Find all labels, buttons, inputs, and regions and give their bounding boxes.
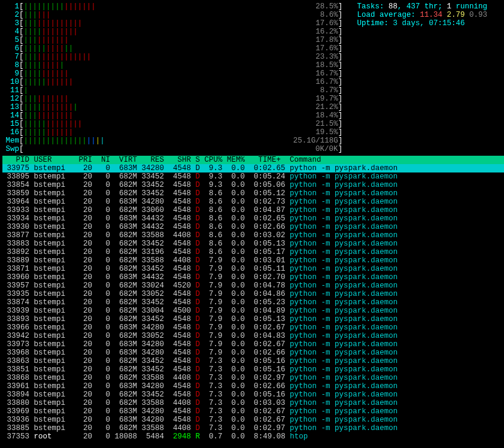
process-row[interactable]: 33871 bstempi 20 0 682M 33452 4548 D 7.9… (2, 265, 504, 273)
process-row[interactable]: 33874 bstempi 20 0 682M 33452 4548 D 7.9… (2, 298, 504, 307)
meters-section: 1 [|||||||||||||||| 28.5%] 2 [|||||| 8.6… (2, 2, 504, 153)
cpu-bar-15: 15 [||||||||||||| 21.5%] (2, 120, 342, 128)
cpu-bar-6: 6 [||||||||||| 17.6%] (2, 44, 342, 53)
process-row[interactable]: 33975 bstempi 20 0 683M 34280 4548 D 9.3… (2, 164, 504, 172)
mem-bar: Mem [|||||||||||||||||| 25.1G/118G] (2, 137, 342, 145)
process-row[interactable]: 33868 bstempi 20 0 682M 33588 4408 D 7.3… (2, 374, 504, 382)
process-row[interactable]: 37353 root 20 0 18088 5484 2948 R 0.7 0.… (2, 432, 504, 441)
cpu-bar-10: 10 [||||||||||| 16.7%] (2, 78, 342, 86)
cpu-bar-1: 1 [|||||||||||||||| 28.5%] (2, 2, 342, 11)
process-row[interactable]: 33935 bstempi 20 0 682M 33052 4548 D 7.9… (2, 290, 504, 298)
process-row[interactable]: 33885 bstempi 20 0 682M 33588 4408 D 7.3… (2, 424, 504, 432)
process-row[interactable]: 33883 bstempi 20 0 682M 33452 4548 D 8.6… (2, 240, 504, 248)
uptime-row: Uptime: 3 days, 07:15:46 (357, 19, 487, 28)
process-row[interactable]: 33969 bstempi 20 0 683M 34280 4548 D 7.3… (2, 407, 504, 416)
process-row[interactable]: 33894 bstempi 20 0 682M 33452 4548 D 7.3… (2, 391, 504, 399)
process-row[interactable]: 33964 bstempi 20 0 683M 34280 4548 D 8.6… (2, 198, 504, 206)
load-row: Load average: 11.34 2.79 0.93 (357, 11, 487, 19)
process-row[interactable]: 33877 bstempi 20 0 682M 33588 4408 D 8.6… (2, 231, 504, 240)
cpu-bar-7: 7 [||||||||||||||| 23.3%] (2, 53, 342, 61)
process-table[interactable]: 33975 bstempi 20 0 683M 34280 4548 D 9.3… (2, 164, 504, 441)
process-table-header[interactable]: PID USER PRI NI VIRT RES SHR S CPU% MEM%… (2, 156, 504, 164)
process-row[interactable]: 33942 bstempi 20 0 682M 33052 4548 D 7.9… (2, 332, 504, 340)
tasks-row: Tasks: 88, 437 thr; 1 running (357, 2, 487, 11)
process-row[interactable]: 33880 bstempi 20 0 682M 33588 4408 D 7.3… (2, 399, 504, 407)
process-row[interactable]: 33859 bstempi 20 0 682M 33452 4548 D 8.6… (2, 189, 504, 198)
cpu-bar-14: 14 [||||||||||| 18.4%] (2, 111, 342, 120)
cpu-bar-5: 5 [|||||||||| 17.8%] (2, 36, 342, 44)
cpu-bar-8: 8 [||||||||| 18.5%] (2, 61, 342, 69)
process-row[interactable]: 33933 bstempi 20 0 682M 33060 4548 D 8.6… (2, 206, 504, 214)
process-row[interactable]: 33939 bstempi 20 0 682M 33004 4500 D 7.9… (2, 307, 504, 315)
process-row[interactable]: 33895 bstempi 20 0 682M 33452 4548 D 9.3… (2, 172, 504, 181)
meters-line: 1 [|||||||||||||||| 28.5%] 2 [|||||| 8.6… (2, 2, 504, 153)
process-row[interactable]: 33968 bstempi 20 0 683M 34280 4548 D 7.9… (2, 349, 504, 357)
process-row[interactable]: 33934 bstempi 20 0 683M 34432 4548 D 8.6… (2, 214, 504, 223)
cpu-bar-16: 16 [||||||||||| 19.5%] (2, 128, 342, 137)
process-row[interactable]: 33851 bstempi 20 0 682M 33452 4548 D 7.3… (2, 365, 504, 374)
process-row[interactable]: 33973 bstempi 20 0 683M 34280 4548 D 7.9… (2, 340, 504, 349)
cpu-bar-11: 11 [| 8.7%] (2, 86, 342, 95)
process-row[interactable]: 33930 bstempi 20 0 683M 34432 4548 D 8.6… (2, 223, 504, 231)
cpu-bar-3: 3 [||||||||||||| 17.6%] (2, 19, 342, 28)
cpu-bar-13: 13 [|||||||||||| 21.2%] (2, 103, 342, 111)
process-row[interactable]: 33936 bstempi 20 0 683M 34280 4548 D 7.3… (2, 416, 504, 424)
process-row[interactable]: 33892 bstempi 20 0 682M 33196 4548 D 8.6… (2, 248, 504, 256)
cpu-bar-12: 12 [|||||||||| 19.7%] (2, 95, 342, 103)
process-row[interactable]: 33960 bstempi 20 0 683M 34432 4548 D 7.9… (2, 273, 504, 281)
cpu-bar-4: 4 [|||||||||||| 16.2%] (2, 28, 342, 36)
cpu-bars: 1 [|||||||||||||||| 28.5%] 2 [|||||| 8.6… (2, 2, 342, 153)
process-row[interactable]: 33957 bstempi 20 0 682M 33024 4520 D 7.9… (2, 281, 504, 290)
swp-bar: Swp [ 0K/0K] (2, 145, 342, 153)
process-row[interactable]: 33863 bstempi 20 0 682M 33452 4548 D 7.3… (2, 357, 504, 365)
process-row[interactable]: 33889 bstempi 20 0 682M 33588 4408 D 7.9… (2, 256, 504, 265)
process-row[interactable]: 33854 bstempi 20 0 682M 33452 4548 D 9.3… (2, 181, 504, 189)
cpu-bar-2: 2 [|||||| 8.6%] (2, 11, 342, 19)
cpu-bar-9: 9 [|||||||||| 16.7%] (2, 69, 342, 78)
process-row[interactable]: 33966 bstempi 20 0 683M 34280 4548 D 7.9… (2, 323, 504, 332)
summary-pane: Tasks: 88, 437 thr; 1 running Load avera… (357, 2, 487, 153)
process-row[interactable]: 33893 bstempi 20 0 682M 33452 4548 D 7.9… (2, 315, 504, 323)
process-row[interactable]: 33961 bstempi 20 0 683M 34280 4548 D 7.3… (2, 382, 504, 391)
